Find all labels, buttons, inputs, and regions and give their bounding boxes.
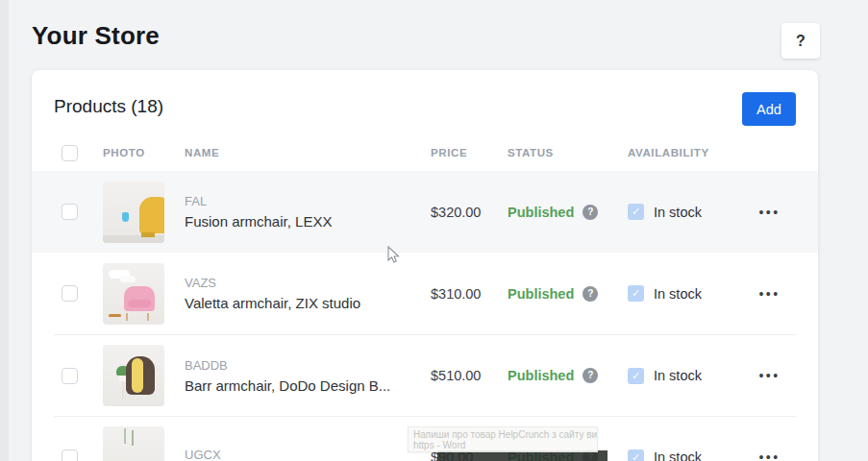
product-name: Fusion armchair, LEXX [185, 213, 431, 230]
row-checkbox[interactable] [62, 368, 78, 384]
product-photo [103, 182, 164, 243]
product-name: Barr armchair, DoDo Design B... [185, 377, 431, 394]
more-options-icon[interactable]: ••• [756, 446, 781, 461]
add-product-button[interactable]: Add [742, 92, 796, 126]
in-stock-checkbox[interactable]: ✓ [628, 285, 644, 302]
column-header-name: NAME [185, 147, 431, 158]
table-row[interactable]: VAZS Valetta armchair, ZIX studio $310.0… [54, 253, 796, 334]
column-header-availability: AVAILABILITY [628, 147, 743, 158]
availability-label: In stock [654, 368, 702, 383]
tooltip-line: Напиши про товар HelpCrunch з сайту виро… [413, 429, 592, 440]
products-table: PHOTO NAME PRICE STATUS AVAILABILITY FAL… [32, 134, 818, 461]
products-card: Products (18) Add PHOTO NAME PRICE STATU… [32, 70, 818, 461]
column-header-status: STATUS [508, 147, 628, 158]
product-code: VAZS [185, 276, 431, 290]
more-options-icon[interactable]: ••• [756, 282, 781, 305]
status-help-icon[interactable]: ? [583, 368, 598, 383]
page-title: Your Store [32, 21, 160, 51]
status-badge: Published [508, 286, 574, 302]
product-price: $320.00 [431, 205, 508, 220]
products-card-header: Products (18) Add [32, 70, 818, 134]
more-options-icon[interactable]: ••• [756, 364, 781, 387]
status-help-icon[interactable]: ? [583, 205, 598, 220]
row-checkbox[interactable] [62, 285, 78, 302]
in-stock-checkbox[interactable]: ✓ [628, 204, 644, 220]
product-photo [103, 345, 164, 406]
product-code: BADDB [185, 358, 431, 373]
products-heading: Products (18) [54, 96, 163, 117]
window-title-tooltip: Напиши про товар HelpCrunch з сайту виро… [408, 426, 598, 452]
availability-label: In stock [654, 449, 702, 461]
in-stock-checkbox[interactable]: ✓ [628, 368, 644, 384]
status-badge: Published [508, 368, 574, 383]
row-checkbox[interactable] [62, 449, 78, 461]
status-help-icon[interactable]: ? [583, 286, 598, 302]
product-price: $310.00 [431, 286, 508, 302]
product-name: Valetta armchair, ZIX studio [185, 295, 431, 311]
row-checkbox[interactable] [62, 204, 78, 220]
product-code: FAL [185, 194, 431, 208]
table-header-row: PHOTO NAME PRICE STATUS AVAILABILITY [54, 134, 796, 171]
availability-label: In stock [654, 286, 702, 302]
product-price: $510.00 [431, 368, 508, 383]
column-header-price: PRICE [431, 147, 508, 158]
product-photo [103, 426, 164, 461]
help-button[interactable]: ? [781, 23, 820, 59]
table-row[interactable]: FAL Fusion armchair, LEXX $320.00 Publis… [32, 171, 818, 253]
table-row[interactable]: BADDB Barr armchair, DoDo Design B... $5… [54, 334, 796, 416]
in-stock-checkbox[interactable]: ✓ [628, 449, 644, 461]
select-all-checkbox[interactable] [62, 145, 78, 161]
status-badge: Published [508, 205, 574, 220]
more-options-icon[interactable]: ••• [756, 201, 781, 224]
mouse-cursor-icon [387, 246, 400, 264]
tooltip-line: https - Word [413, 440, 592, 450]
product-code: UGCX [185, 448, 431, 461]
product-photo [103, 263, 164, 325]
column-header-photo: PHOTO [103, 147, 185, 158]
availability-label: In stock [654, 205, 702, 220]
